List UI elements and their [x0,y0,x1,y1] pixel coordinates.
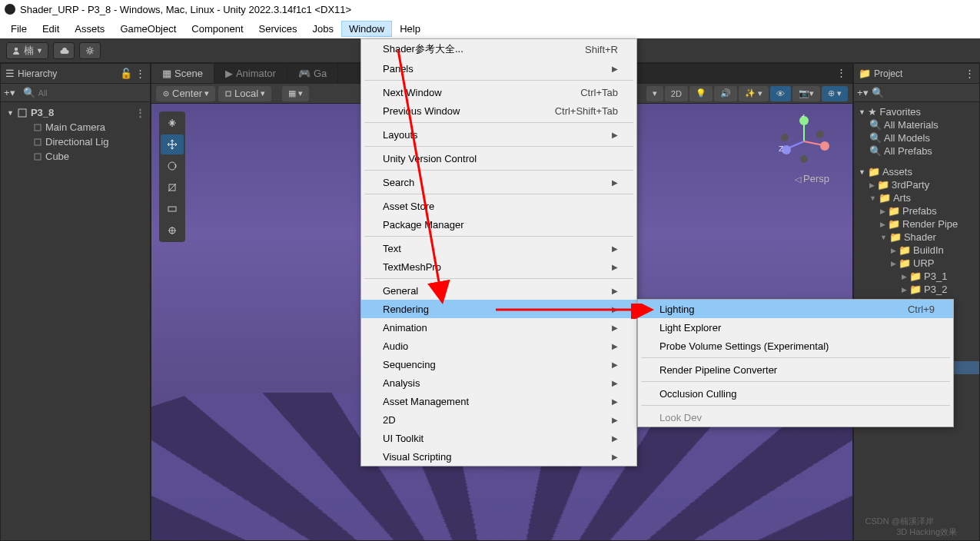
menu-item[interactable]: Asset Management▶ [361,392,636,410]
scene-root[interactable]: ▼ P3_8 ⋮ [1,105,150,120]
camera-button[interactable]: 📷▾ [792,86,820,101]
menu-item[interactable]: General▶ [361,281,636,300]
tabs-menu-icon[interactable]: ⋮ [830,64,852,83]
gizmos-button[interactable]: ⊕ ▾ [822,86,848,101]
draw-mode-button[interactable]: ▾ [646,86,663,101]
project-item[interactable]: 🔍All Models [854,131,979,144]
tab-scene[interactable]: ▦Scene [151,64,214,83]
project-item[interactable]: ▶📁P3_2 [854,283,979,296]
hierarchy-lock-icon[interactable]: 🔓 [120,68,132,79]
hierarchy-icon: ☰ [5,68,15,79]
hierarchy-item[interactable]: Directional Lig [1,134,150,149]
project-item[interactable]: ▶📁URP [854,257,979,270]
cloud-button[interactable] [53,42,75,59]
menu-item[interactable]: UI Toolkit▶ [361,429,636,447]
menu-file[interactable]: File [3,21,35,37]
menu-item[interactable]: Panels▶ [361,59,636,78]
menu-item[interactable]: 2D▶ [361,410,636,429]
submenu-item[interactable]: Render Pipeline Converter [638,360,953,379]
menu-item[interactable]: Package Manager [361,215,636,234]
menu-item[interactable]: Analysis▶ [361,373,636,392]
rotate-tool[interactable] [161,156,184,176]
project-item[interactable]: ▶📁3rdParty [854,178,979,191]
add-button[interactable]: +▾ [4,87,15,98]
fx-toggle[interactable]: ✨ ▾ [739,86,769,101]
menu-jobs[interactable]: Jobs [304,21,341,37]
animator-icon: ▶ [225,68,233,79]
orientation-gizmo[interactable]: y x z [777,115,831,168]
audio-toggle[interactable]: 🔊 [714,86,737,101]
project-item[interactable]: ▶📁P3_1 [854,270,979,283]
project-item[interactable]: ▼📁Assets [854,165,979,178]
hierarchy-search[interactable] [38,88,115,98]
project-item[interactable]: ▼📁Shader [854,231,979,244]
menu-item[interactable]: Layouts▶ [361,125,636,144]
project-item[interactable]: 🔍All Materials [854,118,979,131]
settings-button[interactable] [79,42,101,59]
pivot-mode-button[interactable]: Center ▾ [156,86,215,101]
view-tool[interactable] [161,113,184,133]
account-button[interactable]: 楠 ▼ [6,42,48,59]
coord-mode-button[interactable]: Local ▾ [218,86,271,101]
menu-item[interactable]: Text▶ [361,239,636,257]
svg-line-17 [804,141,823,145]
menu-component[interactable]: Component [184,21,251,37]
submenu-item: Look Dev [638,408,953,426]
project-item[interactable]: ▶📁Render Pipe [854,217,979,231]
hierarchy-item[interactable]: Main Camera [1,120,150,134]
menu-item[interactable]: TextMeshPro▶ [361,257,636,276]
grid-toggle[interactable]: ▦ ▾ [282,86,309,101]
submenu-item[interactable]: LightingCtrl+9 [638,300,953,318]
menu-services[interactable]: Services [251,21,305,37]
menu-item[interactable]: Animation▶ [361,318,636,337]
window-title: Shader_URP - P3_8 - Windows, Mac, Linux … [20,4,351,15]
persp-label[interactable]: ◁ Persp [795,173,829,184]
hidden-toggle[interactable]: 👁 [770,86,791,101]
menu-edit[interactable]: Edit [35,21,67,37]
hierarchy-menu-icon[interactable]: ⋮ [135,68,145,79]
tab-animator[interactable]: ▶Animator [214,64,287,83]
menu-item[interactable]: Shader参考大全...Shift+R [361,39,636,59]
project-item[interactable]: 🔍All Prefabs [854,144,979,158]
menu-item[interactable]: Visual Scripting▶ [361,447,636,466]
submenu-item[interactable]: Occlusion Culling [638,384,953,403]
project-item[interactable]: ▼📁Arts [854,191,979,204]
user-label: 楠 [24,44,34,58]
menu-gameobject[interactable]: GameObject [112,21,184,37]
scale-tool[interactable] [161,178,184,197]
menubar: FileEditAssetsGameObjectComponentService… [0,18,980,38]
2d-toggle[interactable]: 2D [665,86,688,101]
project-menu-icon[interactable]: ⋮ [965,68,975,79]
search-icon[interactable]: 🔍 [872,87,884,98]
move-tool[interactable] [161,134,184,154]
submenu-item[interactable]: Probe Volume Settings (Experimental) [638,337,953,355]
project-item[interactable]: ▼★ Favorites [854,105,979,118]
menu-item[interactable]: Previous WindowCtrl+Shift+Tab [361,101,636,120]
menu-assets[interactable]: Assets [67,21,112,37]
transform-tool[interactable] [161,221,184,241]
add-button[interactable]: +▾ [857,87,869,98]
menu-item[interactable]: Rendering▶ [361,300,636,318]
scene-menu-icon[interactable]: ⋮ [135,107,145,118]
menu-item[interactable]: Sequencing▶ [361,355,636,373]
folder-icon: 📁 [879,192,891,204]
menu-item[interactable]: Next WindowCtrl+Tab [361,83,636,101]
rect-tool[interactable] [161,199,184,219]
tab-ga[interactable]: 🎮Ga [287,64,338,83]
menu-item[interactable]: Search▶ [361,173,636,191]
project-item[interactable]: ▶📁BuildIn [854,244,979,257]
submenu-item[interactable]: Light Explorer [638,318,953,337]
hierarchy-item[interactable]: Cube [1,149,150,164]
folder-icon: 📁 [889,231,902,243]
lighting-toggle[interactable]: 💡 [689,86,713,101]
menu-item[interactable]: Audio▶ [361,337,636,355]
menu-item[interactable]: Unity Version Control [361,149,636,168]
project-item[interactable]: ▶📁Prefabs [854,204,979,217]
menu-help[interactable]: Help [392,21,428,37]
scene-tools [159,111,185,242]
menu-window[interactable]: Window [341,21,392,37]
search-icon[interactable]: 🔍 [23,87,35,98]
svg-point-10 [165,93,167,95]
titlebar: Shader_URP - P3_8 - Windows, Mac, Linux … [0,0,980,18]
menu-item[interactable]: Asset Store [361,197,636,215]
